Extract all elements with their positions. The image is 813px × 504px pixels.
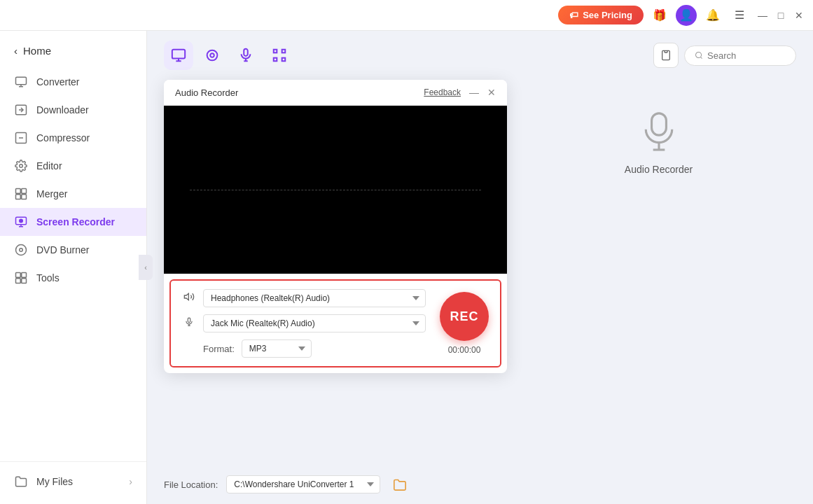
rec-timer: 00:00:00 bbox=[448, 345, 481, 355]
svg-rect-41 bbox=[651, 113, 666, 135]
svg-rect-18 bbox=[16, 273, 21, 278]
screen-tool-button[interactable] bbox=[164, 41, 193, 70]
main-area: Audio Recorder Feedback — ✕ bbox=[147, 80, 813, 465]
svg-rect-22 bbox=[172, 50, 185, 59]
mic-select-icon bbox=[182, 316, 196, 330]
svg-point-26 bbox=[210, 53, 214, 57]
file-location-label: File Location: bbox=[164, 479, 218, 490]
webcam-tool-button[interactable] bbox=[197, 41, 227, 70]
file-location-bar: File Location: C:\Wondershare UniConvert… bbox=[147, 465, 813, 504]
back-arrow-icon: ‹ bbox=[14, 45, 18, 57]
tag-icon: 🏷 bbox=[569, 10, 578, 20]
svg-rect-21 bbox=[22, 279, 27, 284]
svg-rect-19 bbox=[22, 273, 27, 278]
bell-icon[interactable]: 🔔 bbox=[702, 5, 723, 26]
sidebar-item-downloader[interactable]: Downloader bbox=[0, 96, 146, 124]
svg-rect-10 bbox=[16, 195, 21, 200]
format-select[interactable]: MP3 WAV AAC FLAC OGG bbox=[242, 340, 312, 358]
rec-btn-area: REC 00:00:00 bbox=[440, 292, 489, 355]
titlebar: 🏷 See Pricing 🎁 👤 🔔 ☰ — □ ✕ bbox=[0, 0, 813, 31]
preview-area bbox=[164, 106, 507, 274]
sidebar-item-dvd-burner[interactable]: DVD Burner bbox=[0, 236, 146, 264]
menu-icon[interactable]: ☰ bbox=[729, 5, 750, 26]
audio-recorder-mic-icon bbox=[634, 108, 683, 157]
sidebar-item-compressor[interactable]: Compressor bbox=[0, 124, 146, 152]
search-box bbox=[684, 46, 796, 66]
close-button[interactable]: ✕ bbox=[793, 10, 805, 21]
sidebar-item-editor[interactable]: Editor bbox=[0, 152, 146, 180]
svg-line-36 bbox=[700, 57, 702, 58]
dialog-actions: Feedback — ✕ bbox=[424, 87, 496, 98]
controls-area: Headphones (Realtek(R) Audio) Jack Mic (… bbox=[169, 279, 501, 368]
sidebar-item-compressor-label: Compressor bbox=[36, 132, 90, 144]
open-folder-button[interactable] bbox=[389, 473, 411, 496]
search-input[interactable] bbox=[707, 50, 786, 61]
sidebar-bottom: My Files › bbox=[0, 461, 146, 496]
sidebar-home[interactable]: ‹ Home bbox=[0, 39, 146, 68]
svg-rect-0 bbox=[16, 77, 27, 85]
audio-recorder-label: Audio Recorder bbox=[625, 164, 693, 175]
snapshot-tool-button[interactable] bbox=[265, 41, 294, 70]
sidebar-collapse-button[interactable]: ‹ bbox=[139, 255, 153, 280]
svg-point-17 bbox=[20, 248, 23, 252]
feedback-link[interactable]: Feedback bbox=[424, 88, 461, 97]
dialog-close-button[interactable]: ✕ bbox=[487, 87, 496, 98]
speaker-select[interactable]: Headphones (Realtek(R) Audio) bbox=[203, 289, 426, 307]
toolbar-right bbox=[653, 43, 796, 68]
sidebar-item-tools[interactable]: Tools bbox=[0, 264, 146, 292]
svg-rect-33 bbox=[282, 58, 286, 62]
tools-icon bbox=[14, 271, 28, 285]
dvd-burner-icon bbox=[14, 243, 28, 257]
svg-rect-38 bbox=[188, 318, 190, 322]
svg-point-7 bbox=[20, 164, 23, 168]
dialog-header: Audio Recorder Feedback — ✕ bbox=[164, 80, 507, 106]
audio-recorder-card[interactable]: Audio Recorder bbox=[625, 108, 693, 175]
chevron-right-icon: › bbox=[129, 476, 132, 487]
sidebar-item-merger[interactable]: Merger bbox=[0, 180, 146, 208]
svg-rect-11 bbox=[22, 195, 27, 200]
file-path-select[interactable]: C:\Wondershare UniConverter 1 bbox=[226, 475, 380, 493]
merger-icon bbox=[14, 187, 28, 201]
clipboard-button[interactable] bbox=[653, 43, 679, 68]
sidebar-item-dvd-burner-label: DVD Burner bbox=[36, 244, 89, 255]
mic-select[interactable]: Jack Mic (Realtek(R) Audio) bbox=[203, 314, 426, 332]
mic-control-row: Jack Mic (Realtek(R) Audio) bbox=[182, 314, 426, 332]
recorder-dialog: Audio Recorder Feedback — ✕ bbox=[164, 80, 507, 373]
user-avatar[interactable]: 👤 bbox=[676, 5, 697, 26]
speaker-control-row: Headphones (Realtek(R) Audio) bbox=[182, 289, 426, 307]
format-label: Format: bbox=[203, 344, 235, 354]
rec-button[interactable]: REC bbox=[440, 292, 489, 341]
svg-marker-37 bbox=[184, 293, 188, 300]
audio-tool-button[interactable] bbox=[231, 41, 260, 70]
svg-rect-34 bbox=[665, 50, 667, 52]
toolbar bbox=[147, 31, 813, 80]
search-icon bbox=[695, 50, 703, 60]
maximize-button[interactable]: □ bbox=[775, 10, 786, 21]
sidebar-item-converter-label: Converter bbox=[36, 76, 79, 88]
sidebar: ‹ Home Converter Downloader Compressor bbox=[0, 31, 147, 504]
sidebar-item-tools-label: Tools bbox=[36, 272, 60, 284]
sidebar-item-converter[interactable]: Converter bbox=[0, 68, 146, 96]
svg-rect-9 bbox=[22, 189, 27, 194]
minimize-button[interactable]: — bbox=[757, 10, 768, 21]
sidebar-item-screen-recorder[interactable]: Screen Recorder bbox=[0, 208, 146, 236]
screen-recorder-icon bbox=[14, 215, 28, 229]
speaker-icon bbox=[182, 291, 196, 305]
pricing-button[interactable]: 🏷 See Pricing bbox=[558, 6, 644, 24]
sidebar-item-downloader-label: Downloader bbox=[36, 104, 89, 115]
my-files-label: My Files bbox=[36, 476, 73, 487]
gift-icon[interactable]: 🎁 bbox=[649, 5, 670, 26]
svg-rect-30 bbox=[274, 50, 277, 53]
svg-rect-27 bbox=[244, 49, 248, 56]
svg-point-25 bbox=[207, 50, 218, 61]
pricing-label: See Pricing bbox=[583, 10, 632, 20]
format-row: Format: MP3 WAV AAC FLAC OGG bbox=[182, 340, 426, 358]
svg-point-16 bbox=[16, 245, 27, 255]
downloader-icon bbox=[14, 103, 28, 117]
sidebar-item-my-files[interactable]: My Files › bbox=[0, 468, 146, 496]
preview-line bbox=[190, 190, 482, 190]
sidebar-home-label: Home bbox=[23, 45, 51, 57]
svg-rect-20 bbox=[16, 279, 21, 284]
dialog-title: Audio Recorder bbox=[175, 88, 238, 98]
dialog-minimize-button[interactable]: — bbox=[469, 87, 479, 98]
